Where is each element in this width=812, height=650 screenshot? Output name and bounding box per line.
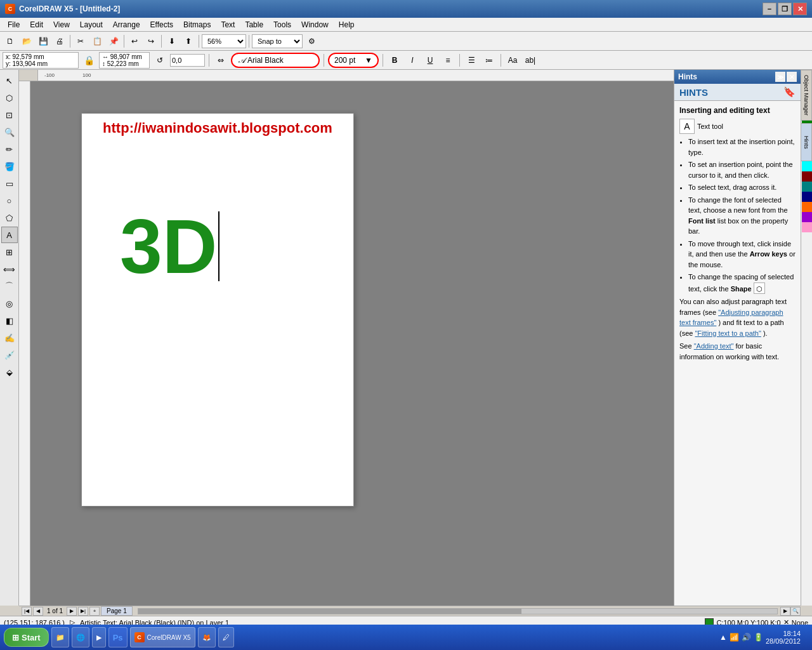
snap-options[interactable]: ⚙ [304, 34, 319, 49]
zoom-fit-button[interactable]: 🔍 [790, 607, 801, 616]
color-navy[interactable] [802, 192, 812, 202]
add-page-button[interactable]: + [89, 607, 100, 616]
taskbar-btn-firefox[interactable]: 🦊 [198, 627, 216, 647]
menu-table[interactable]: Table [240, 18, 268, 31]
taskbar-btn-photoshop[interactable]: Ps [108, 627, 128, 647]
zoom-select[interactable]: 56% 100% 200% [202, 34, 246, 48]
font-size-box[interactable]: 200 pt ▼ [328, 53, 379, 68]
ellipse-tool[interactable]: ○ [1, 192, 18, 209]
menu-help[interactable]: Help [334, 18, 360, 31]
blend-tool[interactable]: ◎ [1, 295, 18, 312]
menu-effects[interactable]: Effects [145, 18, 178, 31]
align-button[interactable]: ≡ [440, 53, 455, 68]
hints-expand-button[interactable]: ≫ [775, 72, 785, 82]
undo-button[interactable]: ↩ [127, 34, 142, 49]
color-teal[interactable] [802, 182, 812, 192]
page-tab[interactable]: Page 1 [101, 606, 133, 616]
menu-layout[interactable]: Layout [75, 18, 108, 31]
menu-file[interactable]: File [3, 18, 25, 31]
titlebar-title: CorelDRAW X5 - [Untitled-2] [19, 4, 120, 13]
mirror-h-button[interactable]: ⇔ [213, 53, 228, 68]
crop-tool[interactable]: ⊡ [1, 107, 18, 123]
nav-last-button[interactable]: ▶| [78, 607, 88, 616]
underline-button[interactable]: U [422, 53, 438, 68]
lock-aspect-button[interactable]: 🔒 [81, 53, 96, 68]
export-button[interactable]: ⬆ [181, 34, 196, 49]
italic-button[interactable]: I [405, 53, 420, 68]
fill-tool[interactable]: ◧ [1, 312, 18, 329]
menu-arrange[interactable]: Arrange [108, 18, 145, 31]
taskbar-btn-explorer[interactable]: 📁 [51, 627, 69, 647]
color-purple[interactable] [802, 212, 812, 222]
num-list-button[interactable]: ≔ [481, 53, 497, 68]
hints-close-button[interactable]: ✕ [787, 72, 797, 82]
save-button[interactable]: 💾 [36, 34, 51, 49]
cut-button[interactable]: ✂ [73, 34, 88, 49]
clock: 18:14 28/09/2012 [766, 630, 804, 645]
color-cyan[interactable] [802, 161, 812, 171]
zoom-tool[interactable]: 🔍 [1, 124, 18, 140]
table-tool[interactable]: ⊞ [1, 244, 18, 260]
color-pink[interactable] [802, 222, 812, 232]
freehand-tool[interactable]: ✏ [1, 141, 18, 157]
titlebar: C CorelDRAW X5 - [Untitled-2] − ❐ ✕ [0, 0, 812, 18]
edit-tabs-button[interactable]: ab| [523, 53, 538, 68]
hints-para1: You can also adjust paragraph text frame… [679, 296, 796, 338]
redo-button[interactable]: ↪ [143, 34, 159, 49]
snap-select[interactable]: Snap to [252, 34, 303, 48]
close-button[interactable]: ✕ [793, 3, 807, 15]
char-format-button[interactable]: Aa [505, 53, 520, 68]
ruler-tick-100: 100 [82, 72, 91, 78]
paste-button[interactable]: 📌 [106, 34, 121, 49]
font-name-box[interactable]: 𝒜 Arial Black [231, 53, 320, 68]
bold-button[interactable]: B [387, 53, 402, 68]
menu-tools[interactable]: Tools [268, 18, 296, 31]
h-scrollbar-thumb[interactable] [138, 609, 521, 614]
menu-view[interactable]: View [48, 18, 75, 31]
new-button[interactable]: 🗋 [3, 34, 18, 49]
link-fit-path[interactable]: "Fitting text to a path" [695, 329, 761, 337]
menu-window[interactable]: Window [296, 18, 334, 31]
bullet-list-button[interactable]: ☰ [464, 53, 479, 68]
sep3 [161, 35, 162, 48]
taskbar-btn-media[interactable]: ▶ [92, 627, 106, 647]
connector-tool[interactable]: ⌒ [1, 278, 18, 295]
nav-first-button[interactable]: |◀ [22, 607, 32, 616]
scroll-right-button[interactable]: ▶ [780, 607, 790, 616]
rotate-input[interactable] [170, 54, 205, 67]
start-button[interactable]: ⊞ Start [4, 628, 49, 647]
taskbar-btn-browser[interactable]: 🌐 [72, 627, 89, 647]
titlebar-controls[interactable]: − ❐ ✕ [763, 3, 807, 15]
print-button[interactable]: 🖨 [52, 34, 67, 49]
text-tool active[interactable]: A [1, 227, 18, 243]
open-button[interactable]: 📂 [19, 34, 34, 49]
object-manager-tab[interactable]: Object Manager [801, 70, 812, 121]
smart-draw-tool[interactable]: ✍ [1, 329, 18, 346]
hints-tab[interactable]: Hints [801, 123, 812, 161]
nav-next-button[interactable]: ▶ [67, 607, 77, 616]
menu-text[interactable]: Text [216, 18, 240, 31]
rect-tool[interactable]: ▭ [1, 175, 18, 192]
select-tool[interactable]: ↖ [1, 72, 18, 89]
nav-prev-button[interactable]: ◀ [33, 607, 43, 616]
link-adding-text[interactable]: "Adding text" [694, 342, 734, 350]
taskbar-btn-corel[interactable]: C CorelDRAW X5 [130, 627, 195, 647]
smart-fill-tool[interactable]: 🪣 [1, 158, 18, 175]
taskbar-btn-corel2[interactable]: 🖊 [218, 627, 234, 647]
color-maroon[interactable] [802, 171, 812, 182]
menu-bitmaps[interactable]: Bitmaps [178, 18, 216, 31]
canvas-scroll[interactable]: http://iwanindosawit.blogspot.com 3D [30, 81, 674, 606]
main-text[interactable]: 3D [120, 202, 219, 290]
media-icon: ▶ [96, 633, 102, 642]
import-button[interactable]: ⬇ [164, 34, 180, 49]
interactive-fill-tool[interactable]: ⬙ [1, 364, 18, 380]
menu-edit[interactable]: Edit [25, 18, 48, 31]
color-orange[interactable] [802, 202, 812, 212]
copy-button[interactable]: 📋 [89, 34, 105, 49]
parallel-dim-tool[interactable]: ⟺ [1, 261, 18, 277]
eyedropper-tool[interactable]: 💉 [1, 347, 18, 363]
shape-tool[interactable]: ⬡ [1, 90, 18, 106]
restore-button[interactable]: ❐ [778, 3, 792, 15]
polygon-tool[interactable]: ⬠ [1, 209, 18, 226]
minimize-button[interactable]: − [763, 3, 776, 15]
